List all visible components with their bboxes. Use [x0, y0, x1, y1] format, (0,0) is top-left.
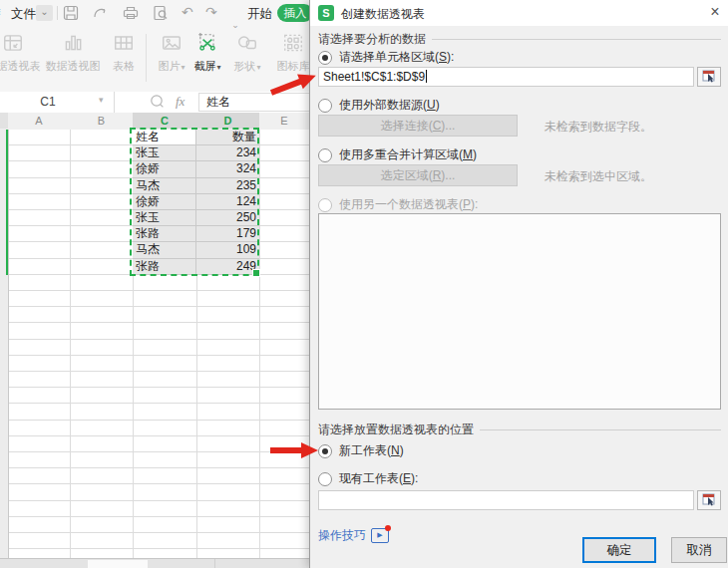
- cell-name[interactable]: 马杰: [133, 242, 196, 258]
- radio-cell-range[interactable]: 请选择单元格区域(S):: [318, 49, 454, 66]
- table-row: 马杰 235: [133, 178, 259, 194]
- existing-location-input[interactable]: [318, 490, 694, 510]
- text-caret: [426, 70, 427, 83]
- range-input[interactable]: Sheet1!$C$1:$D$9: [318, 67, 694, 87]
- column-header-b[interactable]: B: [70, 113, 134, 129]
- no-selection-note: 未检索到选中区域。: [545, 168, 652, 185]
- strip-divider: [214, 559, 215, 568]
- cell-qty[interactable]: 235: [196, 178, 259, 194]
- icon-library-icon: [282, 30, 304, 56]
- file-menu-chevron-icon[interactable]: ⌄: [36, 5, 53, 21]
- radio-label: 新工作表(N): [339, 442, 404, 459]
- tab-home[interactable]: 开始: [247, 6, 272, 23]
- table-row: 徐娇 324: [133, 161, 259, 177]
- group-analyze-data: 请选择要分析的数据: [318, 31, 721, 48]
- table-row: 姓名 数量: [133, 130, 259, 145]
- sheet-tab: [88, 560, 148, 568]
- shape-caret-icon: ▾: [256, 63, 260, 72]
- radio-label: 请选择单元格区域(S):: [339, 49, 454, 66]
- radio-new-worksheet[interactable]: 新工作表(N): [318, 442, 404, 459]
- video-tutorial-icon[interactable]: ▶: [371, 528, 389, 543]
- group-rule: [432, 39, 721, 40]
- radio-dot: [318, 99, 332, 113]
- ok-button[interactable]: 确定: [582, 537, 656, 563]
- formula-bar: C1 ▾ fx 姓名: [0, 92, 309, 114]
- shape-icon: [236, 30, 258, 56]
- radio-dot: [318, 444, 332, 458]
- cell-qty[interactable]: 124: [196, 194, 259, 210]
- wps-app-icon: S: [318, 5, 334, 21]
- table-row: 张玉 234: [133, 145, 259, 161]
- location-picker-button[interactable]: [697, 490, 721, 510]
- cell-name[interactable]: 张玉: [133, 210, 196, 226]
- column-header-d[interactable]: D: [196, 113, 260, 129]
- save-icon[interactable]: [62, 4, 80, 22]
- ribbon-table-button: 表格: [104, 30, 144, 90]
- customize-toolbar-icon[interactable]: ⌄: [229, 3, 241, 29]
- selected-rows-indicator: [6, 130, 8, 275]
- cell-qty[interactable]: 250: [196, 210, 259, 226]
- undo-icon[interactable]: ↶: [182, 2, 193, 22]
- pivot-chart-icon: [62, 30, 84, 56]
- cell-d1[interactable]: 数量: [196, 130, 259, 145]
- radio-multiple-ranges[interactable]: 使用多重合并计算区域(M): [318, 146, 477, 163]
- notification-dot: [385, 525, 391, 531]
- range-picker-icon: [702, 70, 717, 84]
- choose-connection-button: 选择连接(C)...: [318, 115, 518, 137]
- table-row: 张路 179: [133, 226, 259, 242]
- cell-name[interactable]: 张路: [133, 259, 196, 275]
- tips-link[interactable]: 操作技巧 ▶: [318, 527, 389, 544]
- pivot-list-box: [318, 213, 721, 410]
- radio-another-pivot: 使用另一个数据透视表(P):: [318, 196, 478, 213]
- tab-insert[interactable]: 插入: [277, 4, 313, 22]
- cell-qty[interactable]: 234: [196, 145, 259, 161]
- export-icon[interactable]: [92, 4, 110, 22]
- cell-name[interactable]: 张路: [133, 226, 196, 242]
- toolbar-divider: [57, 6, 58, 20]
- file-menu[interactable]: 文件: [11, 6, 36, 23]
- cell-name[interactable]: 徐娇: [133, 161, 196, 177]
- close-icon[interactable]: ×: [705, 2, 725, 22]
- column-header-a[interactable]: A: [8, 113, 71, 129]
- cell-qty[interactable]: 109: [196, 242, 259, 258]
- name-box[interactable]: C1 ▾: [0, 92, 115, 113]
- sheet-tab-strip[interactable]: [0, 558, 309, 568]
- cell-qty[interactable]: 249: [196, 259, 259, 275]
- dialog-title: 创建数据透视表: [341, 6, 425, 23]
- ribbon-screenshot-button[interactable]: 截屏▾: [185, 30, 229, 90]
- group-label: 请选择要分析的数据: [318, 31, 426, 48]
- formula-input[interactable]: 姓名: [198, 93, 319, 112]
- picture-icon: [161, 30, 182, 56]
- zoom-formula-icon[interactable]: [150, 94, 166, 114]
- cell-name[interactable]: 徐娇: [133, 194, 196, 210]
- column-header-c[interactable]: C: [133, 113, 197, 129]
- group-rule: [480, 429, 721, 430]
- print-icon[interactable]: [122, 4, 140, 22]
- column-header-row: A B C D E: [0, 113, 309, 131]
- range-picker-button[interactable]: [697, 67, 721, 87]
- table-row: 徐娇 124: [133, 194, 259, 210]
- radio-dot: [318, 198, 332, 212]
- cell-qty[interactable]: 324: [196, 161, 259, 177]
- fx-icon[interactable]: fx: [176, 94, 184, 110]
- print-preview-icon[interactable]: [152, 4, 170, 22]
- cell-name[interactable]: 马杰: [133, 178, 196, 194]
- cancel-button[interactable]: 取消: [671, 537, 727, 563]
- radio-dot: [318, 148, 332, 162]
- name-box-caret-icon[interactable]: ▾: [99, 95, 104, 105]
- redo-icon[interactable]: ↷: [205, 2, 217, 22]
- radio-label: 现有工作表(E):: [339, 470, 418, 487]
- ribbon-pivot-table-button: 数据透视表: [0, 30, 43, 90]
- column-header-e[interactable]: E: [259, 113, 310, 129]
- cell-name[interactable]: 张玉: [133, 145, 196, 161]
- grid-vline: [70, 130, 71, 558]
- radio-label: 使用外部数据源(U): [339, 97, 440, 114]
- range-picker-icon: [702, 493, 717, 507]
- cell-c1-active[interactable]: 姓名: [133, 130, 196, 145]
- cell-qty[interactable]: 179: [196, 226, 259, 242]
- ribbon-shape-button: 形状▾: [227, 30, 267, 90]
- sheet-grid[interactable]: 姓名 数量 张玉 234 徐娇 324 马杰 235 徐娇 124 张玉 250: [0, 130, 309, 558]
- group-label: 请选择放置数据透视表的位置: [318, 422, 474, 438]
- radio-external-source[interactable]: 使用外部数据源(U): [318, 97, 440, 114]
- radio-existing-worksheet[interactable]: 现有工作表(E):: [318, 470, 418, 487]
